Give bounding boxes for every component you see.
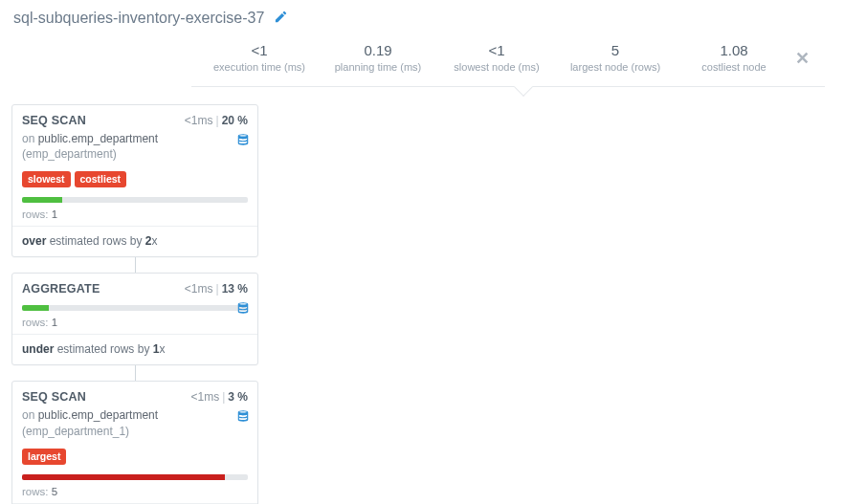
- stat-value: 1.08: [720, 42, 747, 59]
- estimate-line: under estimated rows by 1x: [12, 335, 257, 364]
- plan-node[interactable]: SEQ SCAN <1ms|20 % on public.emp_departm…: [11, 104, 258, 257]
- tag-costliest: costliest: [75, 171, 127, 187]
- plan-tree: SEQ SCAN <1ms|20 % on public.emp_departm…: [0, 87, 844, 504]
- rows-line: rows: 5: [12, 484, 257, 503]
- stat-label: largest node (rows): [570, 61, 660, 73]
- node-header: SEQ SCAN <1ms|20 %: [12, 105, 257, 131]
- node-header: AGGREGATE <1ms|13 %: [12, 274, 257, 299]
- stat-value: 0.19: [364, 42, 391, 59]
- node-tags: slowest costliest: [12, 167, 257, 195]
- node-timing: <1ms|13 %: [185, 282, 248, 296]
- cost-bar-fill: [22, 305, 49, 311]
- node-type: SEQ SCAN: [22, 390, 86, 404]
- database-icon: [236, 409, 250, 427]
- node-header: SEQ SCAN <1ms|3 %: [12, 382, 257, 407]
- tag-largest: largest: [22, 449, 66, 465]
- node-type: AGGREGATE: [22, 282, 100, 296]
- close-icon[interactable]: ✕: [795, 48, 810, 69]
- stats-bar: <1 execution time (ms) 0.19 planning tim…: [191, 34, 825, 87]
- cost-bar: [22, 474, 248, 480]
- node-relation: on public.emp_department (emp_department…: [12, 131, 257, 167]
- page-title: sql-subqueries-inventory-exercise-37: [13, 10, 264, 27]
- node-type: SEQ SCAN: [22, 114, 86, 127]
- stat-largest-node: 5 largest node (rows): [566, 42, 664, 73]
- page-header: sql-subqueries-inventory-exercise-37: [0, 0, 844, 33]
- stat-value: 5: [611, 42, 619, 59]
- estimate-line: over estimated rows by 2x: [12, 227, 257, 256]
- stat-label: slowest node (ms): [454, 61, 539, 73]
- node-timing: <1ms|3 %: [191, 390, 249, 404]
- stat-label: costliest node: [701, 61, 766, 73]
- cost-bar: [22, 305, 248, 311]
- node-relation: [12, 299, 257, 303]
- node-timing: <1ms|20 %: [185, 114, 248, 127]
- stat-slowest-node: <1 slowest node (ms): [448, 42, 545, 73]
- cost-bar-fill: [22, 197, 62, 203]
- rows-line: rows: 1: [12, 207, 257, 226]
- stat-costliest-node: 1.08 costliest node: [685, 42, 783, 73]
- stat-label: execution time (ms): [213, 61, 305, 73]
- plan-node[interactable]: SEQ SCAN <1ms|3 % on public.emp_departme…: [11, 381, 258, 504]
- node-tags: largest: [12, 445, 257, 472]
- stat-exec-time: <1 execution time (ms): [211, 42, 308, 73]
- plan-node[interactable]: AGGREGATE <1ms|13 % rows: 1 under estima…: [11, 273, 258, 365]
- cost-bar: [22, 197, 248, 203]
- database-icon: [236, 133, 250, 150]
- rows-line: rows: 1: [12, 315, 257, 334]
- node-relation: on public.emp_department (emp_department…: [12, 407, 257, 444]
- stat-label: planning time (ms): [335, 61, 421, 73]
- stat-plan-time: 0.19 planning time (ms): [329, 42, 427, 73]
- cost-bar-fill: [22, 474, 225, 480]
- stat-value: <1: [251, 42, 267, 59]
- database-icon: [236, 301, 250, 318]
- tree-connector: [135, 365, 136, 381]
- stat-value: <1: [488, 42, 504, 59]
- tree-connector: [135, 257, 136, 273]
- tag-slowest: slowest: [22, 171, 71, 187]
- edit-icon[interactable]: [274, 10, 288, 27]
